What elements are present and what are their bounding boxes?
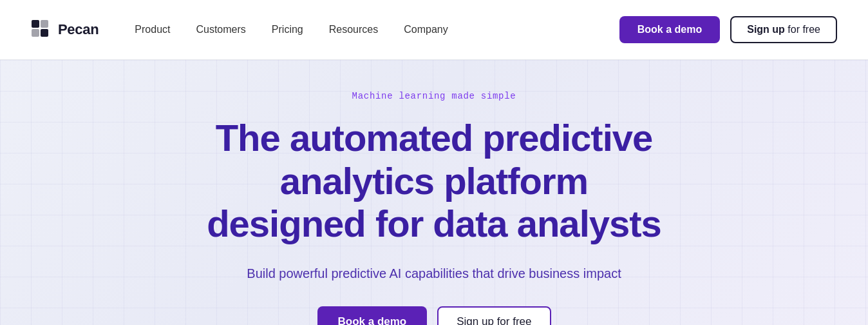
svg-rect-2	[32, 29, 39, 37]
nav-company[interactable]: Company	[393, 19, 458, 41]
hero-content: Machine learning made simple The automat…	[144, 91, 724, 325]
hero-tagline: Machine learning made simple	[144, 91, 724, 101]
signup-prefix: Sign up	[747, 24, 785, 35]
navbar-left: Pecan Product Customers Pricing Resource…	[31, 19, 458, 41]
navbar: Pecan Product Customers Pricing Resource…	[0, 0, 868, 60]
nav-customers[interactable]: Customers	[185, 19, 256, 41]
svg-rect-0	[32, 20, 39, 28]
svg-rect-1	[41, 20, 48, 28]
hero-subtitle: Build powerful predictive AI capabilitie…	[144, 264, 724, 283]
logo-icon	[31, 19, 52, 40]
book-demo-nav-button[interactable]: Book a demo	[619, 16, 720, 43]
hero-section: Machine learning made simple The automat…	[0, 60, 868, 325]
signup-suffix: for free	[785, 24, 820, 35]
svg-rect-3	[41, 29, 48, 37]
logo-text: Pecan	[58, 21, 99, 38]
nav-links: Product Customers Pricing Resources Comp…	[124, 19, 458, 41]
nav-product[interactable]: Product	[124, 19, 180, 41]
hero-title-line2: designed for data analysts	[207, 202, 661, 244]
logo[interactable]: Pecan	[31, 19, 99, 40]
nav-pricing[interactable]: Pricing	[261, 19, 314, 41]
hero-title-line1: The automated predictive analytics platf…	[216, 117, 653, 202]
navbar-right: Book a demo Sign up for free	[619, 16, 837, 43]
signup-hero-button[interactable]: Sign up for free	[437, 306, 551, 325]
nav-resources[interactable]: Resources	[319, 19, 388, 41]
hero-buttons: Book a demo Sign up for free	[144, 306, 724, 325]
hero-title: The automated predictive analytics platf…	[144, 117, 724, 246]
signup-nav-button[interactable]: Sign up for free	[730, 16, 837, 43]
book-demo-hero-button[interactable]: Book a demo	[317, 306, 428, 325]
